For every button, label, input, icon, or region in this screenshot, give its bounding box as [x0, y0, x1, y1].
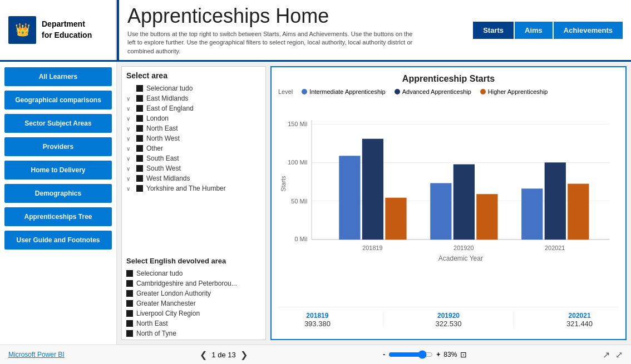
svg-text:Starts: Starts: [280, 176, 287, 192]
region-color-box: [136, 95, 143, 102]
fit-page-icon[interactable]: ⊡: [460, 350, 467, 359]
chevron-icon: ∨: [126, 116, 134, 122]
list-item[interactable]: ∨ Yorkshire and The Humber: [126, 183, 261, 193]
region-label: London: [146, 114, 169, 122]
list-item[interactable]: ∨ Other: [126, 143, 261, 153]
stat-201819: 201819 393.380: [304, 312, 331, 328]
body-area: All Learners Geographical comparisons Se…: [0, 62, 631, 345]
legend-dot-higher: [480, 89, 486, 94]
aims-button[interactable]: Aims: [515, 22, 553, 39]
list-item[interactable]: ∨ North West: [126, 133, 261, 143]
chart-legend: Level Intermediate Apprenticeship Advanc…: [278, 88, 619, 95]
list-item[interactable]: ∨ South East: [126, 153, 261, 163]
header-description: Use the buttons at the top right to swit…: [127, 30, 422, 56]
devolved-label: Greater Manchester: [136, 300, 196, 307]
chart-title: Apprenticeship Starts: [278, 74, 619, 84]
devolved-label: North East: [136, 320, 168, 327]
stat-year-201920: 201920: [435, 312, 461, 320]
header-buttons-area: Starts Aims Achievements: [465, 0, 631, 60]
sidebar-item-apprenticeships-tree[interactable]: Apprenticeships Tree: [4, 207, 112, 226]
region-label: South West: [146, 164, 181, 172]
chart-svg-container: 150 Mil 100 Mil 50 Mil 0 Mil Starts: [278, 99, 619, 305]
list-item[interactable]: Selecionar tudo: [126, 83, 261, 93]
list-item[interactable]: Cambridgeshire and Peterborou...: [126, 278, 261, 288]
devolved-color-box: [126, 310, 133, 317]
bottom-bar: Microsoft Power BI ❮ 1 de 13 ❯ - + 83% ⊡…: [0, 345, 631, 364]
stat-202021: 202021 321.440: [566, 312, 593, 328]
chevron-icon: ∨: [126, 136, 134, 142]
region-color-box: [136, 185, 143, 192]
legend-intermediate: Intermediate Apprenticeship: [302, 88, 385, 95]
list-item[interactable]: ∨ East of England: [126, 103, 261, 113]
svg-text:0 Mil: 0 Mil: [294, 236, 307, 243]
list-item[interactable]: Greater Manchester: [126, 298, 261, 308]
list-item[interactable]: ∨ West Midlands: [126, 173, 261, 183]
select-panel: Select area Selecionar tudo ∨ East Midla…: [121, 66, 266, 340]
zoom-minus-button[interactable]: -: [383, 351, 385, 358]
region-color-box: [136, 175, 143, 182]
region-color-box: [136, 165, 143, 172]
devolved-list[interactable]: Selecionar tudo Cambridgeshire and Peter…: [126, 268, 261, 340]
achievements-button[interactable]: Achievements: [554, 22, 623, 39]
zoom-slider[interactable]: [388, 350, 433, 359]
region-label: North West: [146, 134, 180, 142]
list-item[interactable]: ∨ London: [126, 113, 261, 123]
bottom-right-icons: ↗ ⤢: [603, 350, 623, 360]
sidebar-item-geo-comparisons[interactable]: Geographical comparisons: [4, 91, 112, 109]
bar-201920-advanced: [453, 164, 475, 240]
list-item[interactable]: ∨ North East: [126, 123, 261, 133]
x-label-202021: 202021: [545, 245, 565, 251]
list-item[interactable]: ∨ East Midlands: [126, 93, 261, 103]
region-label: East of England: [146, 104, 194, 112]
x-label-201819: 201819: [362, 245, 382, 251]
header: 👑 Department for Education Apprenticeshi…: [0, 0, 631, 62]
prev-page-button[interactable]: ❮: [200, 350, 207, 360]
region-label: Selecionar tudo: [146, 84, 193, 92]
chevron-icon: ∨: [126, 166, 134, 172]
devolved-color-box: [126, 330, 133, 337]
next-page-button[interactable]: ❯: [240, 350, 248, 360]
zoom-control: - + 83% ⊡: [383, 350, 467, 359]
zoom-plus-button[interactable]: +: [436, 351, 440, 358]
starts-button[interactable]: Starts: [473, 22, 514, 39]
sidebar-item-providers[interactable]: Providers: [4, 137, 112, 156]
region-list[interactable]: Selecionar tudo ∨ East Midlands ∨ East o…: [126, 83, 261, 250]
devolved-label: Not Applicable: [136, 340, 179, 340]
list-item[interactable]: Liverpool City Region: [126, 308, 261, 318]
region-label: Yorkshire and The Humber: [146, 185, 226, 192]
list-item[interactable]: Greater London Authority: [126, 288, 261, 298]
bar-201920-intermediate: [430, 183, 451, 240]
devolved-color-box: [126, 280, 133, 287]
sidebar-item-all-learners[interactable]: All Learners: [4, 67, 112, 86]
list-item[interactable]: ∨ South West: [126, 163, 261, 173]
svg-text:100 Mil: 100 Mil: [288, 159, 307, 166]
devolved-color-box: [126, 300, 133, 307]
powerbi-link[interactable]: Microsoft Power BI: [8, 351, 65, 358]
logo-area: 👑 Department for Education: [0, 0, 117, 60]
sidebar-item-home-delivery[interactable]: Home to Delivery: [4, 161, 112, 179]
bar-201819-intermediate: [339, 156, 360, 240]
share-icon[interactable]: ↗: [603, 350, 610, 360]
chevron-icon: ∨: [126, 156, 134, 162]
sidebar-item-user-guide[interactable]: User Guide and Footnotes: [4, 231, 112, 250]
devolved-label: Liverpool City Region: [136, 310, 200, 317]
list-item[interactable]: North East: [126, 318, 261, 328]
select-area-title: Select area: [126, 71, 261, 80]
x-label-201920: 201920: [453, 245, 474, 251]
legend-text-advanced: Advanced Apprenticeship: [402, 88, 471, 95]
stat-value-201819: 393.380: [304, 320, 331, 328]
chevron-icon: ∨: [126, 186, 134, 192]
crown-icon: 👑: [8, 16, 36, 44]
sidebar-item-demographics[interactable]: Demographics: [4, 184, 112, 203]
list-item[interactable]: Selecionar tudo: [126, 268, 261, 278]
sidebar-item-sector-subject[interactable]: Sector Subject Areas: [4, 114, 112, 133]
app-wrapper: 👑 Department for Education Apprenticeshi…: [0, 0, 631, 364]
page-indicator: 1 de 13: [211, 351, 235, 359]
list-item[interactable]: Not Applicable: [126, 338, 261, 340]
list-item[interactable]: North of Tyne: [126, 328, 261, 338]
devolved-color-box: [126, 320, 133, 327]
region-color-box: [136, 85, 143, 92]
legend-dot-advanced: [395, 89, 400, 94]
devolved-label: North of Tyne: [136, 330, 176, 337]
fullscreen-icon[interactable]: ⤢: [615, 350, 623, 360]
